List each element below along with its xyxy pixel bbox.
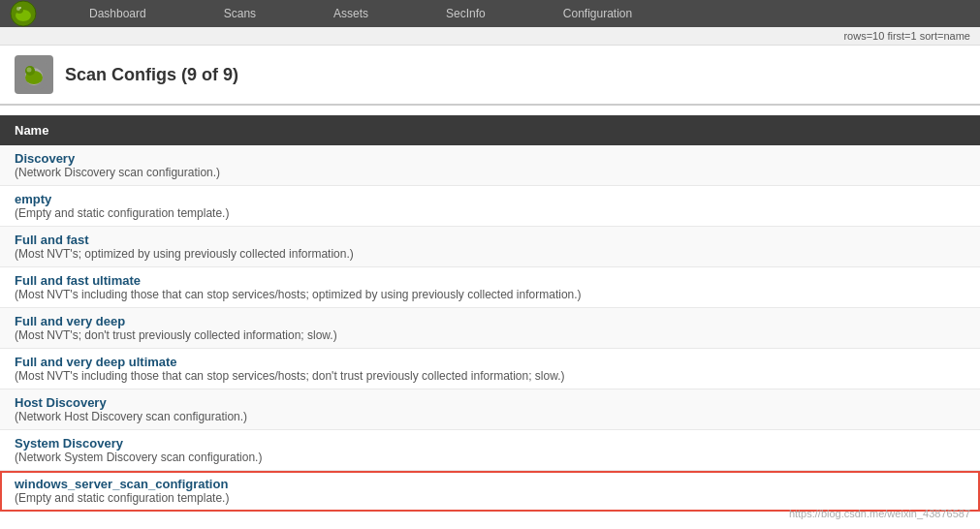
table-row: Full and very deep(Most NVT's; don't tru… bbox=[0, 308, 980, 349]
scan-config-desc: (Empty and static configuration template… bbox=[15, 206, 965, 220]
scan-config-name[interactable]: Host Discovery bbox=[15, 395, 107, 410]
table-row: Host Discovery(Network Host Discovery sc… bbox=[0, 389, 980, 430]
nav-dashboard[interactable]: Dashboard bbox=[50, 0, 185, 27]
scan-config-name[interactable]: Full and very deep ultimate bbox=[15, 355, 177, 369]
table-cell: Full and very deep(Most NVT's; don't tru… bbox=[0, 308, 980, 349]
scan-config-name[interactable]: Full and fast ultimate bbox=[15, 273, 141, 288]
scan-config-name[interactable]: empty bbox=[15, 192, 51, 206]
scan-config-name[interactable]: Full and very deep bbox=[15, 314, 125, 328]
svg-point-9 bbox=[27, 68, 32, 73]
page-header: Scan Configs (9 of 9) bbox=[0, 46, 980, 106]
table-cell: Full and fast ultimate(Most NVT's includ… bbox=[0, 267, 980, 308]
scan-config-desc: (Empty and static configuration template… bbox=[15, 491, 965, 505]
scan-config-desc: (Most NVT's; optimized by using previous… bbox=[15, 247, 965, 261]
table-header-row: Name bbox=[0, 115, 980, 145]
url-params: rows=10 first=1 sort=name bbox=[843, 30, 970, 42]
app-logo bbox=[10, 0, 41, 27]
nav-configuration[interactable]: Configuration bbox=[524, 0, 671, 27]
scan-config-desc: (Network Host Discovery scan configurati… bbox=[15, 410, 965, 423]
scan-config-desc: (Most NVT's including those that can sto… bbox=[15, 288, 965, 301]
navbar: Dashboard Scans Assets SecInfo Configura… bbox=[0, 0, 980, 27]
page-icon bbox=[15, 55, 53, 94]
table-row: Discovery(Network Discovery scan configu… bbox=[0, 145, 980, 186]
table-row: windows_server_scan_configration(Empty a… bbox=[0, 471, 980, 512]
scan-configs-table: Name Discovery(Network Discovery scan co… bbox=[0, 115, 980, 512]
table-row: System Discovery(Network System Discover… bbox=[0, 430, 980, 471]
nav-assets[interactable]: Assets bbox=[295, 0, 407, 27]
table-cell: Full and fast(Most NVT's; optimized by u… bbox=[0, 227, 980, 267]
scan-config-name[interactable]: Full and fast bbox=[15, 233, 89, 247]
table-cell: windows_server_scan_configration(Empty a… bbox=[0, 471, 980, 512]
table-row: Full and fast(Most NVT's; optimized by u… bbox=[0, 227, 980, 267]
scan-config-name[interactable]: windows_server_scan_configration bbox=[15, 477, 228, 491]
scan-config-desc: (Most NVT's including those that can sto… bbox=[15, 369, 965, 383]
column-name: Name bbox=[0, 115, 980, 145]
table-cell: Discovery(Network Discovery scan configu… bbox=[0, 145, 980, 186]
scan-config-desc: (Network System Discovery scan configura… bbox=[15, 451, 965, 464]
nav-scans[interactable]: Scans bbox=[185, 0, 295, 27]
table-cell: empty(Empty and static configuration tem… bbox=[0, 186, 980, 227]
scan-config-name[interactable]: System Discovery bbox=[15, 436, 123, 451]
table-row: empty(Empty and static configuration tem… bbox=[0, 186, 980, 227]
nav-secinfo[interactable]: SecInfo bbox=[407, 0, 524, 27]
table-cell: Host Discovery(Network Host Discovery sc… bbox=[0, 389, 980, 430]
table-row: Full and fast ultimate(Most NVT's includ… bbox=[0, 267, 980, 308]
table-cell: Full and very deep ultimate(Most NVT's i… bbox=[0, 349, 980, 389]
nav-items: Dashboard Scans Assets SecInfo Configura… bbox=[50, 0, 970, 27]
scan-config-name[interactable]: Discovery bbox=[15, 151, 75, 166]
svg-point-4 bbox=[19, 7, 21, 9]
page-title: Scan Configs (9 of 9) bbox=[65, 65, 238, 85]
table-cell: System Discovery(Network System Discover… bbox=[0, 430, 980, 471]
scan-config-desc: (Network Discovery scan configuration.) bbox=[15, 166, 965, 179]
url-bar: rows=10 first=1 sort=name bbox=[0, 27, 980, 46]
table-row: Full and very deep ultimate(Most NVT's i… bbox=[0, 349, 980, 389]
scan-config-desc: (Most NVT's; don't trust previously coll… bbox=[15, 328, 965, 342]
